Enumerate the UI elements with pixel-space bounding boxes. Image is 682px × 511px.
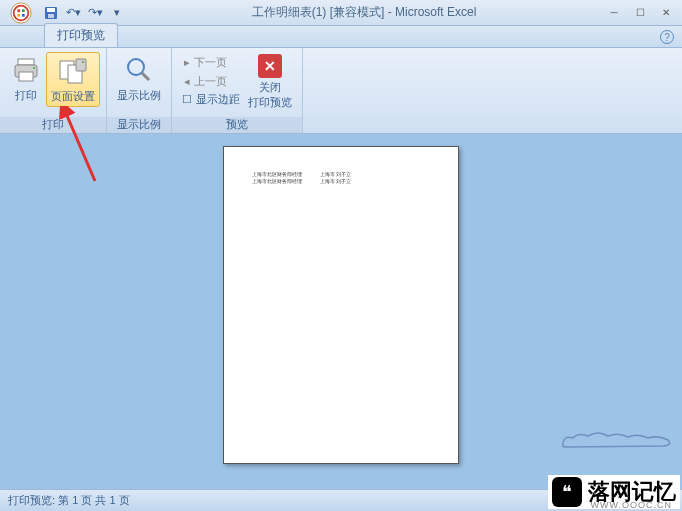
printer-icon bbox=[10, 54, 42, 86]
svg-point-16 bbox=[82, 61, 84, 63]
group-zoom: 显示比例 显示比例 bbox=[107, 48, 172, 133]
page-setup-label: 页面设置 bbox=[51, 89, 95, 104]
page-preview: 上海市北区财务部经理 上海市 刘子立 上海市北区财务部经理 上海市 刘子立 bbox=[223, 146, 459, 464]
group-preview: ▸ 下一页 ◂ 上一页 ☐ 显示边距 ✕ 关闭 打印预览 预览 bbox=[172, 48, 303, 133]
watermark-url: WWW.OOOC.CN bbox=[591, 500, 673, 510]
qat-dropdown-icon[interactable]: ▾ bbox=[108, 4, 126, 22]
close-preview-button[interactable]: ✕ 关闭 打印预览 bbox=[244, 52, 296, 112]
svg-rect-11 bbox=[19, 72, 33, 81]
tab-print-preview[interactable]: 打印预览 bbox=[44, 23, 118, 47]
help-icon[interactable]: ? bbox=[660, 30, 674, 44]
window-controls: ─ ☐ ✕ bbox=[602, 5, 678, 21]
svg-rect-8 bbox=[48, 14, 54, 18]
next-page-button[interactable]: ▸ 下一页 bbox=[182, 54, 240, 71]
arrow-right-icon: ▸ bbox=[184, 56, 190, 69]
svg-rect-7 bbox=[47, 8, 55, 12]
svg-rect-15 bbox=[76, 59, 86, 71]
magnifier-icon bbox=[123, 54, 155, 86]
watermark-logo-icon: ❝ bbox=[552, 477, 582, 507]
svg-rect-2 bbox=[17, 9, 20, 12]
print-label: 打印 bbox=[15, 88, 37, 103]
ribbon: 打印 页面设置 打印 显示比例 显示比例 bbox=[0, 48, 682, 134]
office-button[interactable] bbox=[4, 2, 38, 24]
checkbox-icon: ☐ bbox=[182, 93, 192, 106]
svg-rect-9 bbox=[18, 59, 34, 65]
print-button[interactable]: 打印 bbox=[6, 52, 46, 105]
undo-icon[interactable]: ↶▾ bbox=[64, 4, 82, 22]
group-print: 打印 页面设置 打印 bbox=[0, 48, 107, 133]
decorative-cloud bbox=[558, 430, 678, 450]
svg-point-17 bbox=[128, 59, 144, 75]
group-print-label: 打印 bbox=[0, 117, 106, 133]
save-icon[interactable] bbox=[42, 4, 60, 22]
maximize-button[interactable]: ☐ bbox=[628, 5, 652, 21]
page-content: 上海市北区财务部经理 上海市 刘子立 上海市北区财务部经理 上海市 刘子立 bbox=[252, 171, 430, 185]
svg-line-18 bbox=[142, 73, 149, 80]
status-text: 打印预览: 第 1 页 共 1 页 bbox=[8, 493, 130, 508]
svg-rect-4 bbox=[17, 13, 20, 16]
page-setup-icon bbox=[57, 55, 89, 87]
group-zoom-label: 显示比例 bbox=[107, 117, 171, 133]
page-setup-button[interactable]: 页面设置 bbox=[46, 52, 100, 107]
quick-access-toolbar: ↶▾ ↷▾ ▾ bbox=[42, 4, 126, 22]
show-margins-checkbox[interactable]: ☐ 显示边距 bbox=[182, 92, 240, 107]
prev-page-button[interactable]: ◂ 上一页 bbox=[182, 73, 240, 90]
svg-rect-3 bbox=[22, 9, 25, 12]
minimize-button[interactable]: ─ bbox=[602, 5, 626, 21]
close-button[interactable]: ✕ bbox=[654, 5, 678, 21]
watermark: ❝ 落网记忆 WWW.OOOC.CN bbox=[548, 475, 680, 509]
svg-rect-5 bbox=[22, 13, 25, 16]
group-preview-label: 预览 bbox=[172, 117, 302, 133]
zoom-button[interactable]: 显示比例 bbox=[113, 52, 165, 105]
close-x-icon: ✕ bbox=[258, 54, 282, 78]
close-label-1: 关闭 bbox=[259, 80, 281, 95]
redo-icon[interactable]: ↷▾ bbox=[86, 4, 104, 22]
arrow-left-icon: ◂ bbox=[184, 75, 190, 88]
svg-point-12 bbox=[33, 67, 35, 69]
close-label-2: 打印预览 bbox=[248, 95, 292, 110]
ribbon-tabs: 打印预览 ? bbox=[0, 26, 682, 48]
zoom-label: 显示比例 bbox=[117, 88, 161, 103]
window-title: 工作明细表(1) [兼容模式] - Microsoft Excel bbox=[126, 4, 602, 21]
